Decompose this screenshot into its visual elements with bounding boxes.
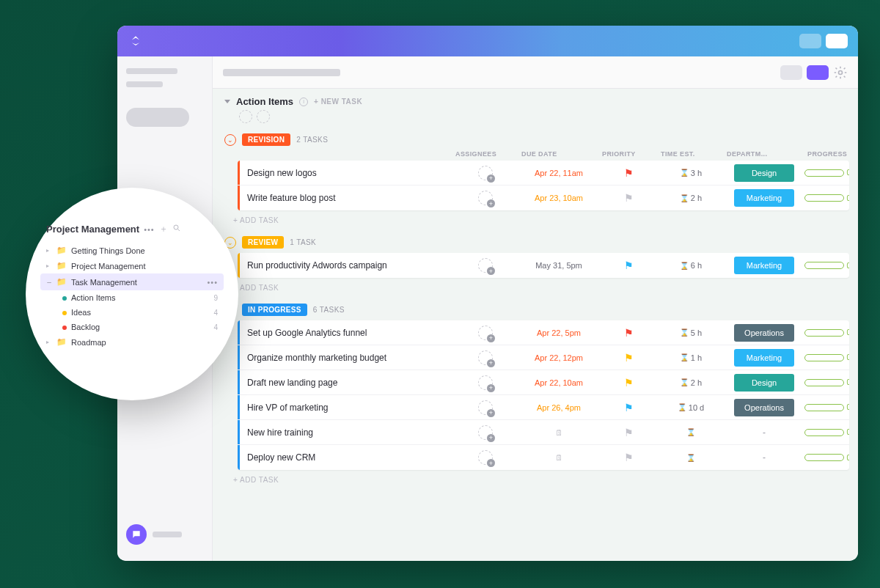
- hourglass-icon[interactable]: ⌛: [686, 428, 695, 436]
- add-task-button[interactable]: + ADD TASK: [221, 470, 849, 490]
- task-name[interactable]: Deploy new CRM: [240, 446, 452, 468]
- due-date[interactable]: Apr 22, 5pm: [537, 328, 581, 337]
- priority-flag-icon[interactable]: ⚑: [599, 402, 658, 414]
- priority-flag-icon[interactable]: ⚑: [599, 452, 658, 463]
- assignee-add-icon[interactable]: [478, 166, 493, 180]
- progress-bar: [804, 169, 844, 177]
- priority-flag-icon[interactable]: ⚑: [599, 352, 658, 364]
- task-name[interactable]: Hire VP of marketing: [240, 397, 452, 419]
- calendar-icon[interactable]: 🗓: [555, 428, 563, 437]
- dept-chip[interactable]: Marketing: [734, 189, 794, 207]
- app-logo-icon: [128, 33, 144, 49]
- assignee-add-icon[interactable]: [478, 258, 493, 273]
- sidebar-footer-skeleton: [153, 532, 182, 537]
- task-row[interactable]: Deploy new CRM 🗓 ⚑ ⌛ - 0%: [238, 445, 849, 470]
- tree-subitem[interactable]: Backlog 4: [62, 320, 218, 334]
- tree-subitem[interactable]: Ideas 4: [62, 305, 218, 320]
- caret-down-icon[interactable]: [224, 100, 230, 103]
- dept-chip[interactable]: Design: [734, 164, 794, 182]
- toolbar-pill-accent[interactable]: [807, 65, 829, 80]
- dept-chip[interactable]: Marketing: [734, 349, 794, 367]
- assignee-add-icon[interactable]: [478, 450, 493, 465]
- dept-chip[interactable]: Operations: [734, 399, 794, 416]
- assignee-add-icon[interactable]: [478, 425, 493, 440]
- due-date[interactable]: Apr 22, 11am: [535, 169, 583, 177]
- assignee-add-icon[interactable]: [478, 350, 493, 365]
- status-dot-icon: [62, 296, 67, 301]
- bubble-title: Project Management: [46, 224, 139, 235]
- progress-percent: 0%: [847, 194, 849, 202]
- task-row[interactable]: Set up Google Analytics funnel Apr 22, 5…: [238, 320, 849, 345]
- more-icon[interactable]: •••: [207, 278, 218, 287]
- add-task-button[interactable]: + ADD TASK: [221, 210, 849, 230]
- task-name[interactable]: New hire training: [240, 422, 452, 444]
- search-icon[interactable]: [172, 224, 181, 235]
- priority-flag-icon[interactable]: ⚑: [599, 427, 658, 438]
- tree-subitem[interactable]: Action Items 9: [62, 290, 218, 305]
- hourglass-icon[interactable]: ⌛: [686, 454, 695, 462]
- add-task-button[interactable]: + ADD TASK: [221, 278, 849, 298]
- time-est: 10 d: [689, 403, 704, 412]
- titlebar-pill-2[interactable]: [826, 34, 848, 48]
- task-name[interactable]: Set up Google Analytics funnel: [240, 322, 452, 344]
- task-row[interactable]: New hire training 🗓 ⚑ ⌛ - 0%: [238, 420, 849, 445]
- sidebar-search-pill[interactable]: [126, 108, 189, 127]
- task-row[interactable]: Draft new landing page Apr 22, 10am ⚑ ⌛2…: [238, 370, 849, 395]
- tree-item[interactable]: ▸📁 Project Management: [46, 258, 218, 273]
- tree-item[interactable]: ▸📁 Getting Things Done: [46, 243, 218, 258]
- dept-chip[interactable]: Operations: [734, 324, 794, 342]
- folder-icon: 📁: [56, 246, 67, 255]
- assignee-add-icon[interactable]: [478, 191, 493, 205]
- assignee-add-icon[interactable]: [478, 400, 493, 415]
- toolbar-pill-gray[interactable]: [780, 65, 802, 80]
- dept-chip[interactable]: Design: [734, 374, 794, 392]
- new-task-button[interactable]: + NEW TASK: [314, 98, 362, 106]
- assignee-add-icon[interactable]: [478, 326, 493, 340]
- due-date[interactable]: Apr 22, 12pm: [535, 353, 583, 362]
- priority-flag-icon[interactable]: ⚑: [599, 260, 658, 271]
- due-date[interactable]: May 31, 5pm: [535, 261, 582, 270]
- folder-bubble: Project Management ••• ＋ ▸📁 Getting Thin…: [26, 188, 238, 400]
- task-row[interactable]: Organize monthly marketing budget Apr 22…: [238, 345, 849, 370]
- subheader-icon-2[interactable]: [257, 110, 270, 123]
- task-name[interactable]: Organize monthly marketing budget: [240, 347, 452, 369]
- tree-item[interactable]: ▸📁 Roadmap: [46, 334, 218, 350]
- task-name[interactable]: Write feature blog post: [240, 187, 452, 209]
- calendar-icon[interactable]: 🗓: [555, 453, 563, 462]
- task-row[interactable]: Hire VP of marketing Apr 26, 4pm ⚑ ⌛10 d…: [238, 395, 849, 420]
- progress-bar: [804, 429, 844, 436]
- task-row[interactable]: Write feature blog post Apr 23, 10am ⚑ ⌛…: [238, 185, 849, 210]
- group-chevron-icon[interactable]: ⌄: [224, 134, 236, 146]
- task-name[interactable]: Run productivity Adwords campaign: [240, 254, 452, 276]
- info-icon[interactable]: i: [299, 98, 308, 106]
- due-date[interactable]: Apr 26, 4pm: [537, 403, 581, 412]
- dept-chip[interactable]: Marketing: [734, 257, 794, 274]
- progress-bar: [804, 454, 844, 461]
- progress-percent: 0%: [847, 378, 849, 386]
- task-row[interactable]: Design new logos Apr 22, 11am ⚑ ⌛3 h Des…: [238, 161, 849, 185]
- task-row[interactable]: Run productivity Adwords campaign May 31…: [238, 253, 849, 278]
- tree-label: Getting Things Done: [71, 246, 145, 255]
- gear-icon[interactable]: [833, 65, 848, 80]
- assignee-add-icon[interactable]: [478, 375, 493, 390]
- priority-flag-icon[interactable]: ⚑: [599, 377, 658, 389]
- chat-icon[interactable]: [126, 524, 147, 545]
- priority-flag-icon[interactable]: ⚑: [599, 327, 658, 339]
- progress-percent: 0%: [847, 169, 849, 177]
- titlebar-pill-1[interactable]: [799, 34, 821, 48]
- priority-flag-icon[interactable]: ⚑: [599, 167, 658, 179]
- section-header: Action Items i + NEW TASK: [213, 89, 858, 110]
- plus-icon[interactable]: ＋: [159, 223, 168, 235]
- task-name[interactable]: Design new logos: [240, 162, 452, 184]
- subitem-count: 4: [213, 323, 218, 331]
- time-est: 2 h: [691, 378, 702, 387]
- priority-flag-icon[interactable]: ⚑: [599, 192, 658, 204]
- hourglass-icon: ⌛: [680, 194, 689, 202]
- toolbar-skeleton: [223, 69, 340, 76]
- subheader-icon-1[interactable]: [239, 110, 252, 123]
- task-name[interactable]: Draft new landing page: [240, 372, 452, 394]
- more-icon[interactable]: •••: [144, 225, 155, 234]
- due-date[interactable]: Apr 23, 10am: [535, 194, 583, 202]
- due-date[interactable]: Apr 22, 10am: [535, 378, 583, 387]
- tree-item[interactable]: –📁 Task Management •••: [40, 273, 224, 290]
